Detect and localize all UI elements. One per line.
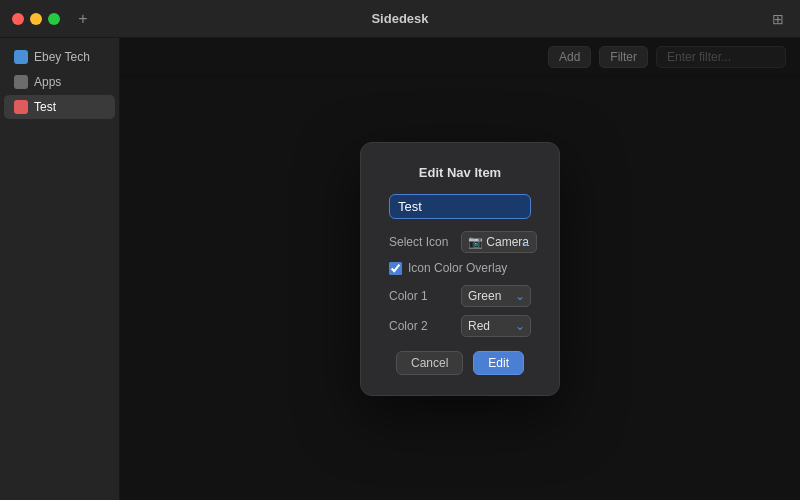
- test-icon: [14, 100, 28, 114]
- sidebar: Ebey Tech Apps Test: [0, 38, 120, 500]
- titlebar-controls: ⊞: [768, 9, 788, 29]
- sidebar-item-apps[interactable]: Apps: [4, 70, 115, 94]
- color1-select-wrapper: Green Red Blue Yellow Purple: [461, 285, 531, 307]
- maximize-button[interactable]: [48, 13, 60, 25]
- sidebar-item-label: Apps: [34, 75, 61, 89]
- color1-select[interactable]: Green Red Blue Yellow Purple: [461, 285, 531, 307]
- icon-select[interactable]: 📷 Camera Folder Star Globe Heart: [461, 231, 537, 253]
- new-tab-button[interactable]: +: [74, 10, 92, 28]
- edit-nav-item-dialog: Edit Nav Item Select Icon 📷 Camera Folde…: [360, 142, 560, 396]
- sidebar-item-label: Test: [34, 100, 56, 114]
- sidebar-item-test[interactable]: Test: [4, 95, 115, 119]
- apps-icon: [14, 75, 28, 89]
- color2-select[interactable]: Red Green Blue Yellow Purple: [461, 315, 531, 337]
- icon-color-overlay-label: Icon Color Overlay: [408, 261, 507, 275]
- ebey-tech-icon: [14, 50, 28, 64]
- color1-label: Color 1: [389, 289, 455, 303]
- edit-button[interactable]: Edit: [473, 351, 524, 375]
- sidebar-item-label: Ebey Tech: [34, 50, 90, 64]
- dialog-overlay: Edit Nav Item Select Icon 📷 Camera Folde…: [120, 38, 800, 500]
- expand-icon[interactable]: ⊞: [768, 9, 788, 29]
- color2-row: Color 2 Red Green Blue Yellow Purple: [389, 315, 531, 337]
- color2-select-wrapper: Red Green Blue Yellow Purple: [461, 315, 531, 337]
- minimize-button[interactable]: [30, 13, 42, 25]
- content-area: Add Filter Edit Nav Item Select Icon 📷 C…: [120, 38, 800, 500]
- titlebar: + Sidedesk ⊞: [0, 0, 800, 38]
- dialog-title: Edit Nav Item: [389, 165, 531, 180]
- sidebar-item-ebey-tech[interactable]: Ebey Tech: [4, 45, 115, 69]
- traffic-lights: [12, 13, 60, 25]
- dialog-buttons: Cancel Edit: [389, 351, 531, 375]
- color2-label: Color 2: [389, 319, 455, 333]
- color1-row: Color 1 Green Red Blue Yellow Purple: [389, 285, 531, 307]
- select-icon-label: Select Icon: [389, 235, 455, 249]
- nav-item-name-input[interactable]: [389, 194, 531, 219]
- close-button[interactable]: [12, 13, 24, 25]
- main-layout: Ebey Tech Apps Test Add Filter Edit Nav …: [0, 38, 800, 500]
- cancel-button[interactable]: Cancel: [396, 351, 463, 375]
- app-title: Sidedesk: [371, 11, 428, 26]
- icon-color-overlay-row: Icon Color Overlay: [389, 261, 531, 275]
- select-icon-row: Select Icon 📷 Camera Folder Star Globe H…: [389, 231, 531, 253]
- icon-select-wrapper: 📷 Camera Folder Star Globe Heart: [461, 231, 537, 253]
- icon-color-overlay-checkbox[interactable]: [389, 262, 402, 275]
